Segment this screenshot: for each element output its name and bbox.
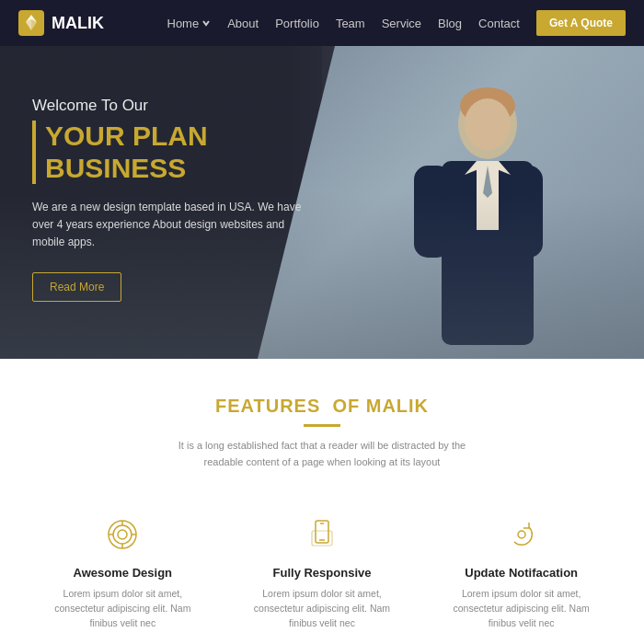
- nav-link-about[interactable]: About: [227, 17, 259, 30]
- hero-content: Welcome To Our YOUR PLAN BUSINESS We are…: [0, 46, 350, 352]
- nav-link-contact[interactable]: Contact: [478, 17, 520, 30]
- nav-item-quote[interactable]: Get A Quote: [536, 10, 626, 36]
- nav-link-service[interactable]: Service: [382, 17, 421, 30]
- feature-text-1: Lorem ipsum dolor sit amet, consectetur …: [242, 587, 403, 630]
- chevron-down-icon: [201, 18, 211, 28]
- feature-text-2: Lorem ipsum dolor sit amet, consectetur …: [441, 587, 602, 630]
- features-title-yellow: OF MALIK: [332, 396, 429, 416]
- svg-point-17: [118, 530, 127, 539]
- hero-description: We are a new design template based in US…: [32, 199, 308, 252]
- features-description: It is a long established fact that a rea…: [166, 438, 478, 470]
- logo-icon: [18, 10, 44, 36]
- feature-name-0: Awesome Design: [42, 566, 203, 580]
- read-more-button[interactable]: Read More: [32, 272, 121, 302]
- nav-item-team[interactable]: Team: [336, 15, 365, 31]
- features-grid: Awesome Design Lorem ipsum dolor sit ame…: [28, 498, 616, 644]
- feature-name-2: Update Notifacation: [441, 566, 602, 580]
- svg-point-16: [113, 525, 132, 544]
- logo[interactable]: MALIK: [18, 10, 104, 36]
- target-icon: [102, 514, 143, 555]
- features-title: FEATURES OF MALIK: [28, 396, 616, 417]
- navbar: MALIK Home About Portfolio Team Service …: [0, 0, 644, 46]
- main-nav: Home About Portfolio Team Service Blog C…: [167, 10, 627, 36]
- feature-name-1: Fully Responsive: [242, 566, 403, 580]
- hero-title: YOUR PLAN BUSINESS: [32, 121, 317, 184]
- feature-card-notification: Update Notifacation Lorem ipsum dolor si…: [426, 498, 616, 644]
- nav-item-portfolio[interactable]: Portfolio: [275, 15, 319, 31]
- features-divider: [304, 424, 340, 427]
- features-title-black: FEATURES: [215, 396, 320, 416]
- nav-item-blog[interactable]: Blog: [438, 15, 462, 31]
- hero-section: Welcome To Our YOUR PLAN BUSINESS We are…: [0, 46, 644, 359]
- nav-link-blog[interactable]: Blog: [438, 17, 462, 30]
- features-section: FEATURES OF MALIK It is a long establish…: [0, 359, 644, 644]
- nav-item-service[interactable]: Service: [382, 15, 421, 31]
- nav-item-about[interactable]: About: [227, 15, 259, 31]
- nav-item-home[interactable]: Home: [167, 17, 212, 30]
- feature-card-awesome-design: Awesome Design Lorem ipsum dolor sit ame…: [28, 498, 218, 644]
- nav-link-home[interactable]: Home: [167, 17, 200, 30]
- svg-point-6: [465, 98, 511, 150]
- hero-subtitle: Welcome To Our: [32, 97, 317, 115]
- nav-item-contact[interactable]: Contact: [478, 15, 520, 31]
- mobile-icon: [302, 514, 342, 555]
- logo-text: MALIK: [52, 14, 104, 33]
- feature-card-responsive: Fully Responsive Lorem ipsum dolor sit a…: [227, 498, 418, 644]
- refresh-icon: [501, 514, 542, 555]
- nav-link-team[interactable]: Team: [336, 17, 365, 30]
- feature-text-0: Lorem ipsum dolor sit amet, consectetur …: [42, 587, 203, 630]
- svg-point-26: [518, 531, 525, 538]
- get-quote-button[interactable]: Get A Quote: [536, 10, 626, 36]
- nav-link-portfolio[interactable]: Portfolio: [275, 17, 319, 30]
